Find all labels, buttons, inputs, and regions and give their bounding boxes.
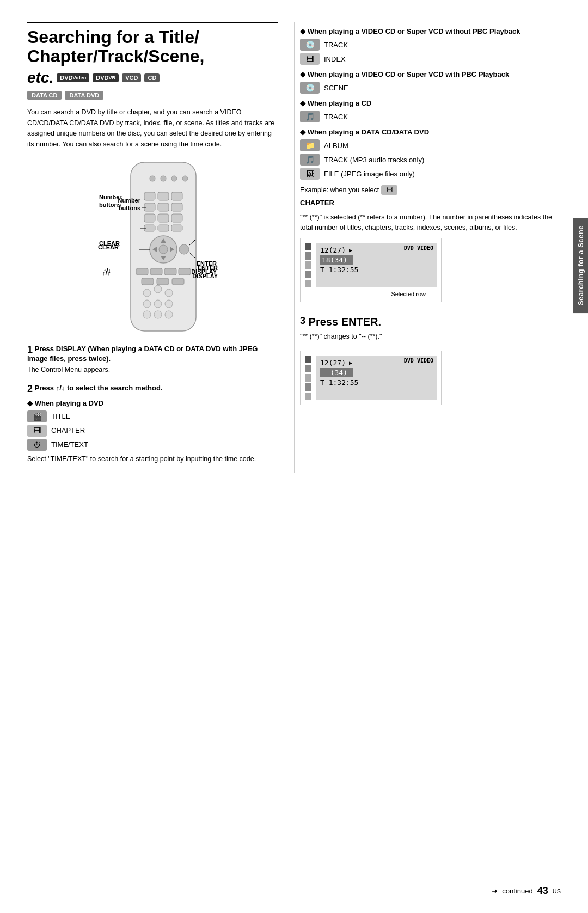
svg-point-26 — [179, 244, 189, 254]
icon-title-label: TITLE — [51, 412, 70, 420]
icon-timetext-label: TIME/TEXT — [51, 440, 88, 449]
svg-rect-33 — [142, 278, 154, 285]
svg-point-39 — [143, 300, 151, 308]
svg-rect-32 — [179, 268, 191, 275]
badge-cd: CD — [144, 73, 160, 82]
intro-text: You can search a DVD by title or chapter… — [27, 107, 278, 150]
badge-dvdvideo: DVDVideo — [57, 73, 89, 82]
icon-cd-track-symbol: 🎵 — [300, 111, 320, 122]
track-label: TRACK — [324, 41, 348, 49]
display2-line3: T 1:32:55 — [320, 378, 432, 387]
page-number: 43 — [537, 885, 548, 897]
display1-line2: 18(34) — [320, 255, 353, 265]
svg-rect-34 — [157, 278, 169, 285]
icon-timetext: ⏱ — [27, 439, 47, 451]
dvd-display-2: DVD VIDEO 12(27) ▶ --(34) T 1:32:55 — [300, 351, 442, 405]
badge-datadvd: DATA DVD — [65, 91, 103, 100]
data-heading: When playing a DATA CD/DATA DVD — [300, 128, 561, 136]
svg-point-4 — [182, 176, 188, 181]
icon-item-chapter: 🎞 CHAPTER — [27, 425, 278, 437]
svg-point-44 — [165, 311, 173, 318]
svg-rect-6 — [158, 192, 169, 200]
icon-album: 📁 ALBUM — [300, 139, 561, 151]
page-suffix: US — [553, 888, 561, 894]
page-layout: Searching for a Title/Chapter/Track/Scen… — [27, 22, 561, 473]
badge-datacd: DATA CD — [27, 91, 62, 100]
display1-line3: T 1:32:55 — [320, 266, 432, 274]
dvd-display-1: DVD VIDEO 12(27) ▶ 18(34) T 1:32:55 Sele… — [300, 238, 442, 302]
icon-index: 🎞 INDEX — [300, 53, 561, 65]
icon-mp3-track: 🎵 TRACK (MP3 audio tracks only) — [300, 154, 561, 166]
step2-heading: Press ↑/↓ to select the search method. — [35, 384, 163, 392]
svg-point-2 — [161, 176, 166, 181]
page-title: Searching for a Title/Chapter/Track/Scen… — [27, 22, 278, 66]
svg-point-1 — [150, 176, 155, 181]
sub-step-cd: When playing a CD 🎵 TRACK — [300, 99, 561, 122]
section-divider — [300, 309, 561, 309]
icon-track-symbol: 💿 — [300, 39, 320, 51]
right-column: When playing a VIDEO CD or Super VCD wit… — [294, 22, 561, 473]
example-text: Example: when you select 🎞 — [300, 185, 561, 195]
svg-rect-12 — [158, 214, 169, 222]
icon-scene-symbol: 💿 — [300, 82, 320, 94]
step-1: 1 Press DISPLAY (When playing a DATA CD … — [27, 345, 278, 375]
page-footer: ➜ continued 43 US — [492, 885, 561, 897]
videocd-pbc-heading: When playing a VIDEO CD or Super VCD wit… — [300, 70, 561, 78]
icon-scene: 💿 SCENE — [300, 82, 561, 94]
svg-point-37 — [154, 285, 162, 293]
cd-heading: When playing a CD — [300, 99, 561, 107]
svg-point-40 — [154, 300, 162, 308]
album-label: ALBUM — [324, 142, 348, 150]
badge-dvdvr: DVDVR — [93, 73, 119, 82]
step3-body: "** (**)" changes to "-- (**)." — [300, 332, 561, 342]
icon-mp3-symbol: 🎵 — [300, 154, 320, 166]
continued-arrow: ➜ — [492, 887, 498, 895]
icon-cd-track: 🎵 TRACK — [300, 111, 561, 122]
icon-chapter: 🎞 — [27, 425, 47, 437]
sub-step-dvd: When playing a DVD 🎬 TITLE 🎞 CHAPTER ⏱ T… — [27, 399, 278, 451]
svg-point-3 — [171, 176, 177, 181]
step1-body: The Control Menu appears. — [27, 365, 278, 375]
etc-line: etc. DVDVideo DVDVR VCD CD — [27, 69, 278, 87]
icon-jpeg-symbol: 🖼 — [300, 168, 320, 180]
icon-jpeg-file: 🖼 FILE (JPEG image files only) — [300, 168, 561, 180]
icon-title: 🎬 — [27, 410, 47, 422]
svg-point-42 — [143, 311, 151, 318]
svg-rect-5 — [144, 192, 155, 200]
display2-line1: 12(27) — [320, 359, 346, 367]
icon-album-symbol: 📁 — [300, 139, 320, 151]
dvd-label-2: DVD VIDEO — [404, 358, 433, 364]
svg-rect-13 — [171, 214, 182, 222]
index-label: INDEX — [324, 55, 346, 63]
svg-point-36 — [143, 289, 151, 297]
badge-vcd: VCD — [122, 73, 141, 82]
sub-step-data: When playing a DATA CD/DATA DVD 📁 ALBUM … — [300, 128, 561, 180]
jpeg-file-label: FILE (JPEG image files only) — [324, 170, 415, 178]
selected-row-label: Selected row — [305, 291, 437, 297]
sub-step-dvd-heading: When playing a DVD — [27, 399, 278, 407]
sub-step-videocd-nopbc: When playing a VIDEO CD or Super VCD wit… — [300, 27, 561, 65]
svg-point-43 — [154, 311, 162, 318]
etc-text: etc. — [27, 69, 53, 87]
videocd-nopbc-heading: When playing a VIDEO CD or Super VCD wit… — [300, 27, 561, 35]
svg-point-20 — [159, 245, 168, 254]
svg-rect-10 — [171, 203, 182, 211]
scene-label: SCENE — [324, 84, 348, 92]
sub-step-videocd-pbc: When playing a VIDEO CD or Super VCD wit… — [300, 70, 561, 94]
icon-track: 💿 TRACK — [300, 39, 561, 51]
sidebar-tab: Searching for a Scene — [573, 218, 588, 313]
left-column: Searching for a Title/Chapter/Track/Scen… — [27, 22, 278, 473]
icon-item-title: 🎬 TITLE — [27, 410, 278, 422]
icon-item-timetext: ⏱ TIME/TEXT — [27, 439, 278, 451]
svg-point-38 — [165, 289, 173, 297]
icon-chapter-label: CHAPTER — [51, 426, 85, 434]
step3-number: 3 — [300, 315, 305, 326]
badge-row2: DATA CD DATA DVD — [27, 91, 278, 100]
remote-illustration: Number buttons CLEAR ↑/↓ ENTER DISPLAY — [98, 160, 207, 334]
svg-rect-7 — [171, 192, 182, 200]
step1-heading: Press DISPLAY (When playing a DATA CD or… — [27, 345, 258, 363]
svg-rect-9 — [158, 203, 169, 211]
quote-text: "** (**)" is selected (** refers to a nu… — [300, 212, 561, 233]
mp3-track-label: TRACK (MP3 audio tracks only) — [324, 156, 424, 164]
chapter-label: CHAPTER — [300, 199, 561, 207]
